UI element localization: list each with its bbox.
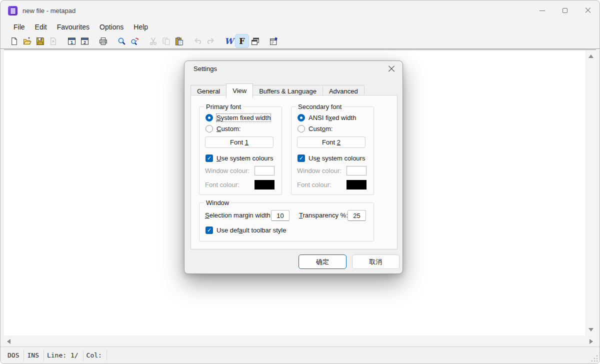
settings-dialog: Settings General View Buffers & Language… bbox=[184, 60, 403, 274]
primary-font-group: Primary font System fixed width Custom: … bbox=[199, 106, 282, 195]
maximize-icon bbox=[562, 8, 568, 13]
undo-icon bbox=[194, 37, 202, 46]
word-wrap-button[interactable]: W bbox=[222, 34, 236, 48]
horizontal-scrollbar[interactable] bbox=[4, 336, 596, 346]
font-toggle-button[interactable]: F bbox=[236, 34, 248, 48]
primary-use-system-colours-label[interactable]: Use system colours bbox=[216, 154, 273, 162]
secondary-font-group-label: Secondary font bbox=[296, 103, 344, 110]
vertical-scrollbar[interactable] bbox=[586, 50, 596, 336]
find-icon bbox=[118, 37, 126, 46]
dialog-close-icon[interactable] bbox=[388, 66, 395, 72]
new-window-button[interactable] bbox=[248, 34, 262, 48]
replace-button[interactable] bbox=[128, 34, 141, 48]
copy-button bbox=[160, 34, 172, 48]
default-toolbar-style-label[interactable]: Use default toolbar style bbox=[216, 226, 286, 234]
print-button[interactable] bbox=[96, 34, 110, 48]
menu-bar: File Edit Favourites Options Help bbox=[0, 20, 600, 34]
copy-icon bbox=[162, 37, 170, 46]
minimize-icon bbox=[540, 10, 545, 11]
menu-help[interactable]: Help bbox=[128, 22, 153, 32]
font-1-button[interactable]: Font 1 bbox=[205, 136, 274, 148]
open-file-button[interactable] bbox=[20, 34, 34, 48]
scroll-right-icon[interactable] bbox=[590, 339, 593, 344]
resize-grip-icon[interactable] bbox=[590, 354, 598, 362]
maximize-button[interactable] bbox=[554, 0, 576, 20]
selection-margin-input[interactable]: 10 bbox=[271, 210, 290, 221]
settings-button[interactable] bbox=[267, 34, 280, 48]
primary-system-fixed-label[interactable]: System fixed width bbox=[216, 114, 270, 122]
title-bar: new file - metapad bbox=[0, 0, 600, 20]
transparency-label: Transparency %: bbox=[299, 212, 348, 219]
secondary-window-colour-label: Window colour: bbox=[297, 167, 342, 174]
secondary-font-colour-label: Font colour: bbox=[297, 181, 332, 188]
secondary-ansi-fixed-label[interactable]: ANSI fixed width bbox=[308, 114, 356, 122]
redo-button bbox=[204, 34, 217, 48]
primary-font-button[interactable]: 1 bbox=[65, 34, 78, 48]
secondary-font-colour-swatch[interactable] bbox=[346, 180, 366, 190]
settings-icon bbox=[270, 37, 278, 46]
toolbar: 1 2 W bbox=[0, 34, 600, 49]
word-wrap-icon: W bbox=[224, 36, 234, 46]
svg-text:2: 2 bbox=[83, 40, 86, 44]
window-group-label: Window bbox=[204, 199, 231, 206]
dialog-title-bar: Settings bbox=[184, 61, 402, 78]
new-file-button[interactable] bbox=[8, 34, 20, 48]
primary-custom-radio[interactable] bbox=[206, 125, 213, 132]
check-icon: ✓ bbox=[207, 155, 212, 162]
menu-options[interactable]: Options bbox=[94, 22, 128, 32]
primary-font-colour-swatch[interactable] bbox=[254, 180, 274, 190]
close-button[interactable] bbox=[576, 0, 600, 20]
scroll-down-icon[interactable] bbox=[588, 328, 594, 332]
scroll-up-icon[interactable] bbox=[588, 54, 594, 58]
menu-edit[interactable]: Edit bbox=[30, 22, 52, 32]
font-1-button-label: Font 1 bbox=[230, 138, 248, 146]
replace-icon bbox=[130, 37, 139, 46]
ok-button[interactable]: 确定 bbox=[298, 254, 346, 269]
scroll-left-icon[interactable] bbox=[7, 339, 10, 344]
secondary-font-group: Secondary font ANSI fixed width Custom: … bbox=[291, 106, 374, 195]
close-icon bbox=[585, 8, 591, 14]
scissors-icon bbox=[149, 37, 158, 46]
default-toolbar-style-checkbox[interactable]: ✓ bbox=[206, 226, 213, 234]
secondary-custom-radio[interactable] bbox=[298, 125, 305, 132]
status-line: Line: 1/ bbox=[44, 350, 84, 361]
transparency-input[interactable]: 25 bbox=[348, 210, 366, 221]
view-tab-page: Primary font System fixed width Custom: … bbox=[190, 95, 398, 250]
status-format: DOS bbox=[4, 350, 24, 361]
primary-use-system-colours-checkbox[interactable]: ✓ bbox=[206, 154, 213, 162]
secondary-use-system-colours-checkbox[interactable]: ✓ bbox=[298, 154, 305, 162]
paste-button[interactable] bbox=[172, 34, 186, 48]
secondary-use-system-colours-label[interactable]: Use system colours bbox=[308, 154, 365, 162]
secondary-font-button[interactable]: 2 bbox=[78, 34, 91, 48]
primary-window-colour-swatch[interactable] bbox=[254, 166, 274, 176]
font-2-button-label: Font 2 bbox=[322, 138, 340, 146]
secondary-custom-label[interactable]: Custom: bbox=[308, 125, 332, 132]
open-folder-icon bbox=[23, 37, 32, 46]
menu-favourites[interactable]: Favourites bbox=[52, 22, 94, 32]
metapad-window: new file - metapad File Edit Favourites … bbox=[0, 0, 600, 364]
window-1-icon: 1 bbox=[68, 37, 76, 46]
menu-file[interactable]: File bbox=[8, 22, 30, 32]
new-window-icon bbox=[251, 37, 260, 46]
primary-custom-label[interactable]: Custom: bbox=[216, 125, 240, 132]
printer-icon bbox=[99, 37, 108, 46]
save-button[interactable] bbox=[34, 34, 46, 48]
revert-file-icon bbox=[49, 37, 58, 46]
status-insert-mode: INS bbox=[24, 350, 44, 361]
new-file-icon bbox=[10, 37, 18, 46]
secondary-window-colour-swatch[interactable] bbox=[346, 166, 366, 176]
metapad-app-icon bbox=[8, 6, 18, 16]
find-button[interactable] bbox=[115, 34, 128, 48]
font-2-button[interactable]: Font 2 bbox=[297, 136, 366, 148]
save-floppy-icon bbox=[36, 37, 44, 46]
cancel-button[interactable]: 取消 bbox=[352, 254, 400, 269]
secondary-ansi-fixed-radio[interactable] bbox=[298, 114, 305, 122]
check-icon: ✓ bbox=[299, 155, 304, 162]
minimize-button[interactable] bbox=[530, 0, 554, 20]
primary-font-group-label: Primary font bbox=[204, 103, 243, 110]
primary-window-colour-label: Window colour: bbox=[205, 167, 250, 174]
tab-view[interactable]: View bbox=[226, 84, 253, 98]
primary-system-fixed-radio[interactable] bbox=[206, 114, 213, 122]
undo-button bbox=[191, 34, 204, 48]
font-toggle-icon: F bbox=[239, 36, 244, 46]
